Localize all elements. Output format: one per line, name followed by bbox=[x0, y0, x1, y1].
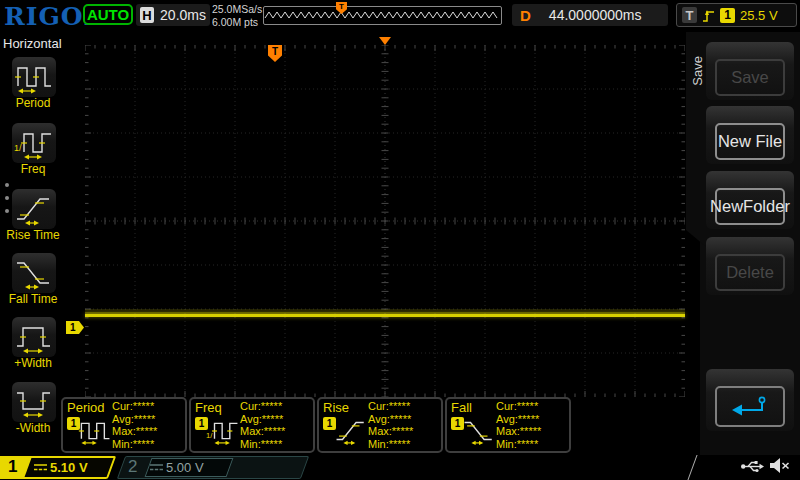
measure-item-period-label: Period bbox=[0, 96, 66, 110]
stat-avg: Avg:***** bbox=[368, 413, 413, 426]
menu-tab-label: Save bbox=[690, 56, 705, 86]
measurement-panel-freq: Freq 1 1/ Cur:***** Avg:***** Max:***** … bbox=[189, 397, 315, 453]
sample-rate: 25.0MSa/s bbox=[212, 3, 262, 16]
measure-item-minus-width-label: -Width bbox=[0, 421, 66, 435]
waveform-memory-preview[interactable] bbox=[263, 6, 502, 25]
measure-item-plus-width[interactable] bbox=[12, 317, 56, 357]
memory-depth: 6.00M pts bbox=[212, 16, 262, 29]
channel1-ground-marker[interactable]: 1 bbox=[66, 321, 84, 334]
measure-item-plus-width-label: +Width bbox=[0, 356, 66, 370]
oscilloscope-screen: { "header": { "brand": "RIGOL", "run_sta… bbox=[0, 0, 800, 480]
softkey-back-button[interactable] bbox=[706, 369, 794, 431]
svg-text:1/: 1/ bbox=[14, 143, 22, 153]
softkey-new-folder-button[interactable]: NewFolder bbox=[706, 171, 794, 229]
run-status-badge: AUTO bbox=[83, 4, 133, 25]
stat-avg: Avg:***** bbox=[112, 413, 157, 426]
measurement-panel-rise: Rise 1 Cur:***** Avg:***** Max:***** Min… bbox=[317, 397, 443, 453]
stat-max: Max:***** bbox=[240, 425, 285, 438]
stat-min: Min:***** bbox=[368, 438, 413, 451]
measurement-panel-period: Period 1 Cur:***** Avg:***** Max:***** M… bbox=[61, 397, 187, 453]
plus-width-icon bbox=[14, 320, 54, 354]
measure-item-freq[interactable]: 1/ bbox=[12, 123, 56, 163]
stat-cur: Cur:***** bbox=[496, 400, 541, 413]
stat-cur: Cur:***** bbox=[240, 400, 285, 413]
fall-time-icon bbox=[14, 256, 54, 290]
channel1-scale: 5.10 V bbox=[50, 460, 88, 475]
horizontal-center-marker-icon bbox=[379, 37, 391, 45]
left-menu-title: Horizontal bbox=[3, 36, 62, 51]
trigger-level-value: 25.5 V bbox=[740, 8, 778, 23]
svg-text:1/: 1/ bbox=[206, 431, 213, 440]
measurement-panel-fall: Fall 1 Cur:***** Avg:***** Max:***** Min… bbox=[445, 397, 571, 453]
measure-item-fall-time-label: Fall Time bbox=[0, 292, 66, 306]
stat-avg: Avg:***** bbox=[240, 413, 285, 426]
stat-min: Min:***** bbox=[496, 438, 541, 451]
measure-item-rise-time[interactable] bbox=[12, 189, 56, 229]
stat-max: Max:***** bbox=[368, 425, 413, 438]
minus-width-icon bbox=[14, 385, 54, 419]
measure-item-freq-label: Freq bbox=[0, 162, 66, 176]
delay-box[interactable]: D 44.0000000ms bbox=[512, 4, 668, 26]
channel2-scale: 5.00 V bbox=[166, 460, 204, 475]
channel1-number: 1 bbox=[8, 457, 17, 477]
rising-edge-icon bbox=[702, 8, 715, 23]
softkey-delete-button[interactable]: Delete bbox=[706, 237, 794, 295]
menu-scroll-dot bbox=[5, 209, 9, 213]
stat-cur: Cur:***** bbox=[368, 400, 413, 413]
save-button-label: Save bbox=[715, 59, 785, 96]
trigger-box[interactable]: T 1 25.5 V bbox=[676, 3, 797, 27]
period-icon bbox=[78, 412, 112, 450]
channel1-trace bbox=[85, 314, 685, 317]
menu-scroll-dot bbox=[5, 196, 9, 200]
graticule-grid bbox=[85, 45, 685, 397]
waveform-display[interactable] bbox=[85, 45, 685, 397]
acquisition-info: 25.0MSa/s 6.00M pts bbox=[212, 3, 262, 29]
softkey-new-file-button[interactable]: New File bbox=[706, 106, 794, 164]
measure-item-period[interactable] bbox=[12, 57, 56, 97]
period-icon bbox=[14, 60, 54, 94]
softkey-save-button[interactable]: Save bbox=[706, 42, 794, 100]
speaker-muted-icon bbox=[769, 457, 790, 474]
measure-item-minus-width[interactable] bbox=[12, 382, 56, 422]
menu-scroll-dot bbox=[5, 183, 9, 187]
rise-time-icon bbox=[334, 412, 368, 450]
freq-icon: 1/ bbox=[14, 126, 54, 160]
new-folder-button-label: NewFolder bbox=[715, 188, 785, 225]
channel2-tab[interactable] bbox=[117, 456, 309, 479]
stat-cur: Cur:***** bbox=[112, 400, 157, 413]
timebase-box[interactable]: H 20.0ms bbox=[136, 4, 210, 26]
stat-min: Min:***** bbox=[112, 438, 157, 451]
usb-icon bbox=[740, 459, 764, 474]
channel2-number: 2 bbox=[128, 457, 137, 477]
return-arrow-icon bbox=[729, 395, 771, 419]
status-bar-divider bbox=[687, 455, 697, 480]
dc-coupling-icon bbox=[150, 463, 163, 472]
freq-icon: 1/ bbox=[206, 412, 240, 450]
measure-item-rise-time-label: Rise Time bbox=[0, 228, 66, 242]
dc-coupling-icon bbox=[34, 463, 47, 472]
fall-time-icon bbox=[462, 412, 496, 450]
stat-avg: Avg:***** bbox=[496, 413, 541, 426]
stat-max: Max:***** bbox=[496, 425, 541, 438]
new-file-button-label: New File bbox=[715, 123, 785, 160]
rise-time-icon bbox=[14, 192, 54, 226]
timebase-value: 20.0ms bbox=[160, 7, 206, 23]
timebase-label: H bbox=[140, 7, 154, 23]
trigger-source-badge: 1 bbox=[720, 8, 735, 23]
delete-button-label: Delete bbox=[715, 254, 785, 291]
measure-item-fall-time[interactable] bbox=[12, 253, 56, 293]
stat-max: Max:***** bbox=[112, 425, 157, 438]
delay-value: 44.0000000ms bbox=[549, 7, 642, 23]
trigger-label: T bbox=[682, 7, 697, 23]
delay-label: D bbox=[520, 7, 531, 24]
stat-min: Min:***** bbox=[240, 438, 285, 451]
